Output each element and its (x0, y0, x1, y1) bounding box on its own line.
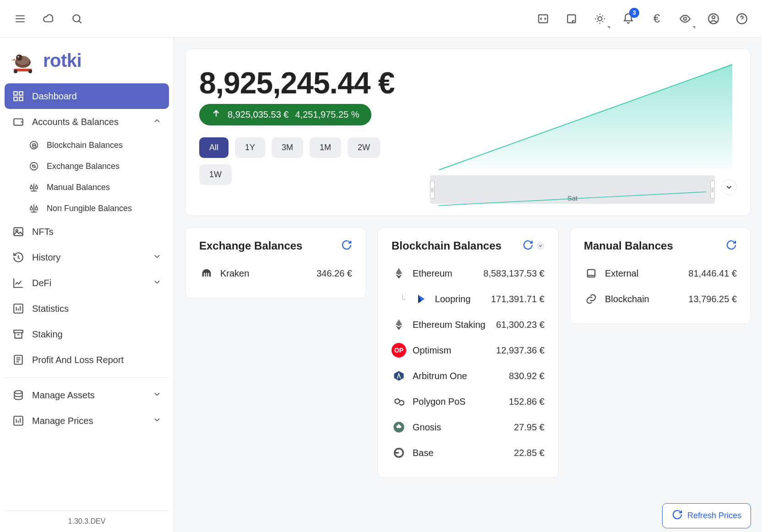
range-button-2w[interactable]: 2W (348, 137, 380, 158)
svg-point-6 (712, 16, 715, 19)
balance-value: 12,937.36 € (496, 345, 544, 356)
cloud-icon[interactable] (40, 11, 57, 27)
balance-row[interactable]: Ethereum Staking61,300.23 € (392, 312, 544, 337)
svg-point-13 (14, 70, 17, 73)
balance-value: 152.86 € (509, 396, 544, 407)
op-icon: OP (392, 343, 406, 358)
balance-value: 830.92 € (509, 371, 544, 381)
networth-value: 8,925,245.44 € (199, 65, 419, 100)
balance-name: Optimism (413, 345, 451, 356)
sidebar-item-accounts[interactable]: Accounts & Balances (5, 109, 169, 135)
sidebar-item-pnl[interactable]: Profit And Loss Report (5, 347, 169, 373)
refresh-icon[interactable] (523, 239, 533, 252)
svg-point-27 (14, 391, 22, 394)
sidebar-item-exchange-balances[interactable]: Exchange Balances (21, 156, 169, 177)
svg-rect-18 (19, 97, 23, 101)
sidebar-item-nfts[interactable]: NFTs (5, 219, 169, 244)
refresh-prices-button[interactable]: Refresh Prices (662, 503, 751, 528)
refresh-icon[interactable] (726, 239, 737, 252)
sidebar-item-staking[interactable]: Staking (5, 321, 169, 347)
help-icon[interactable] (734, 11, 750, 27)
svg-rect-2 (567, 15, 575, 22)
svg-point-3 (598, 16, 602, 21)
logo-icon (9, 47, 37, 74)
svg-point-4 (684, 17, 687, 20)
scale-icon (28, 182, 39, 193)
chevron-down-icon (152, 277, 162, 289)
svg-rect-15 (14, 92, 17, 95)
brand[interactable]: rotki (5, 44, 169, 83)
note-icon[interactable] (563, 11, 580, 27)
brush-handle-left[interactable]: || (430, 180, 435, 199)
range-button-all[interactable]: All (199, 137, 229, 158)
sidebar-item-manage-prices[interactable]: Manage Prices (5, 408, 169, 434)
balance-row[interactable]: Kraken346.26 € (199, 261, 352, 286)
search-icon[interactable] (69, 11, 85, 27)
delta-pct: 4,251,975.25 % (295, 109, 359, 120)
svg-rect-16 (19, 92, 23, 95)
balance-row[interactable]: OPOptimism12,937.36 € (392, 337, 544, 363)
networth-sparkline (430, 61, 737, 171)
svg-point-10 (16, 54, 22, 61)
balance-row[interactable]: External81,446.41 € (584, 261, 737, 286)
balance-row[interactable]: └Loopring171,391.71 € (392, 286, 544, 312)
balance-name: Loopring (435, 294, 471, 304)
balance-value: 27.95 € (514, 422, 544, 433)
user-icon[interactable] (705, 11, 722, 27)
chevron-down-icon[interactable] (536, 242, 544, 250)
brush-handle-right[interactable]: || (710, 180, 715, 199)
currency-button[interactable]: € (648, 11, 665, 27)
chevron-down-icon (152, 390, 162, 401)
balance-row[interactable]: Gnosis27.95 € (392, 414, 544, 440)
divider (5, 377, 169, 378)
code-icon[interactable] (535, 11, 551, 27)
range-button-1w[interactable]: 1W (199, 164, 232, 185)
bell-icon[interactable]: 3 (620, 11, 637, 27)
brand-name: rotki (43, 50, 82, 71)
sidebar: rotki Dashboard Accounts & Balances (0, 38, 174, 532)
eye-icon[interactable] (677, 11, 693, 27)
balance-row[interactable]: Arbitrum One830.92 € (392, 363, 544, 389)
gnosis-icon (392, 420, 406, 434)
version-label: 1.30.3.DEV (5, 510, 169, 532)
arrow-up-icon (211, 109, 221, 121)
range-button-1y[interactable]: 1Y (235, 137, 265, 158)
range-button-3m[interactable]: 3M (272, 137, 303, 158)
balance-row[interactable]: Blockchain13,796.25 € (584, 286, 737, 312)
balance-row[interactable]: Ethereum8,583,137.53 € (392, 261, 544, 286)
svg-rect-22 (14, 228, 23, 235)
sidebar-item-nft-balances[interactable]: Non Fungible Balances (21, 198, 169, 219)
networth-card: 8,925,245.44 € 8,925,035.53 € 4,251,975.… (185, 49, 751, 216)
svg-point-11 (17, 56, 19, 57)
refresh-icon[interactable] (341, 239, 352, 252)
svg-point-21 (30, 163, 38, 170)
networth-delta-pill: 8,925,035.53 € 4,251,975.25 % (199, 104, 371, 125)
chart-brush[interactable]: || || Sat (430, 175, 715, 204)
balance-value: 81,446.41 € (688, 268, 737, 279)
kraken-icon (199, 266, 214, 281)
theme-icon[interactable] (592, 11, 608, 27)
balance-value: 346.26 € (316, 268, 352, 279)
dashboard-icon (12, 90, 25, 103)
main-content: 8,925,245.44 € 8,925,035.53 € 4,251,975.… (174, 38, 762, 532)
menu-icon[interactable] (12, 11, 28, 27)
balance-row[interactable]: Base22.85 € (392, 440, 544, 466)
sidebar-item-history[interactable]: History (5, 244, 169, 270)
archive-icon (12, 328, 25, 341)
expand-chart-button[interactable] (721, 179, 737, 195)
sidebar-item-manage-assets[interactable]: Manage Assets (5, 382, 169, 408)
image-icon (12, 225, 25, 238)
sidebar-item-dashboard[interactable]: Dashboard (5, 83, 169, 109)
base-icon (392, 445, 406, 460)
sidebar-item-statistics[interactable]: Statistics (5, 296, 169, 321)
range-button-1m[interactable]: 1M (310, 137, 341, 158)
sidebar-item-defi[interactable]: DeFi (5, 270, 169, 296)
balance-row[interactable]: Polygon PoS152.86 € (392, 389, 544, 414)
chart-line-icon (12, 277, 25, 289)
balance-value: 171,391.71 € (491, 294, 544, 304)
sidebar-item-manual-balances[interactable]: Manual Balances (21, 177, 169, 198)
arb-icon (392, 369, 406, 383)
chevron-up-icon (152, 116, 162, 128)
svg-point-14 (28, 70, 32, 73)
sidebar-item-blockchain-balances[interactable]: Blockchain Balances (21, 135, 169, 156)
